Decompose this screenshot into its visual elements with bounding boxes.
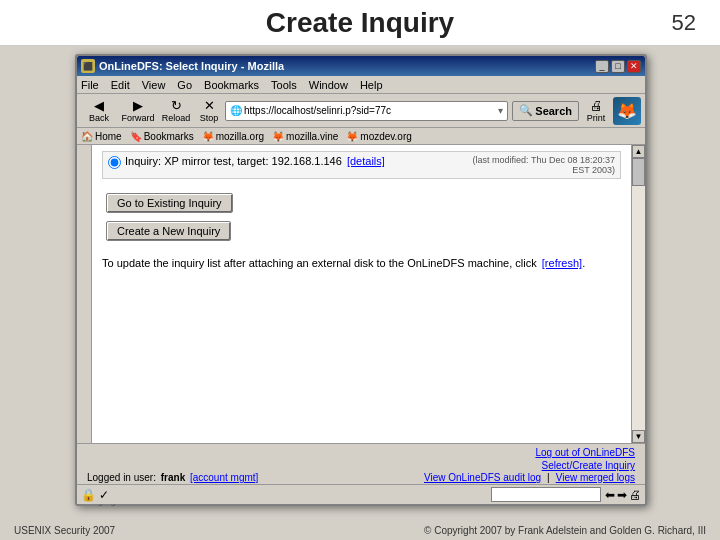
inquiry-text: Inquiry: XP mirror test, target: 192.168… bbox=[125, 155, 385, 167]
address-dropdown-icon[interactable]: ▾ bbox=[498, 105, 503, 116]
footer-second-row: Select/Create Inquiry bbox=[87, 460, 635, 471]
bookmark-home[interactable]: 🏠 Home bbox=[81, 131, 122, 142]
create-new-inquiry-button[interactable]: Create a New Inquiry bbox=[106, 221, 231, 241]
slide-title: Create Inquiry bbox=[266, 7, 454, 39]
stop-button[interactable]: ✕ Stop bbox=[195, 98, 223, 123]
menu-file[interactable]: File bbox=[81, 79, 99, 91]
status-bar: 🔒 ✓ ⬅ ➡ 🖨 bbox=[77, 484, 645, 504]
menu-bookmarks[interactable]: Bookmarks bbox=[204, 79, 259, 91]
reload-button[interactable]: ↻ Reload bbox=[159, 98, 193, 123]
stop-icon: ✕ bbox=[204, 98, 215, 113]
toolbar: ◀ Back ▶ Forward ↻ Reload ✕ Stop 🌐 https… bbox=[77, 94, 645, 128]
merged-logs-link[interactable]: View merged logs bbox=[556, 472, 635, 483]
mozdev-icon: 🦊 bbox=[346, 131, 358, 142]
logged-in-row: Logged in user: frank [account mgmt] bbox=[87, 472, 258, 483]
refresh-link[interactable]: [refresh] bbox=[542, 257, 582, 269]
scrollbar-track bbox=[632, 158, 645, 430]
logout-link[interactable]: Log out of OnLineDFS bbox=[535, 447, 635, 458]
footer-right-links: View OnLineDFS audit log | View merged l… bbox=[424, 472, 635, 483]
bookmarks-icon: 🔖 bbox=[130, 131, 142, 142]
attribution-right: © Copyright 2007 by Frank Adelstein and … bbox=[424, 525, 706, 536]
print-icon: 🖨 bbox=[590, 98, 603, 113]
footer-links-row: Log out of OnLineDFS bbox=[87, 447, 635, 458]
check-icon: ✓ bbox=[99, 488, 109, 502]
left-tab-strip bbox=[77, 145, 92, 443]
username: frank bbox=[161, 472, 185, 483]
nav-back-icon[interactable]: ⬅ bbox=[605, 488, 615, 502]
close-button[interactable]: ✕ bbox=[627, 60, 641, 73]
status-input[interactable] bbox=[491, 487, 601, 502]
timestamp: (last modified: Thu Dec 08 18:20:37EST 2… bbox=[473, 155, 615, 175]
title-bar: ⬛ OnLineDFS: Select Inquiry - Mozilla _ … bbox=[77, 56, 645, 76]
account-link[interactable]: [account mgmt] bbox=[190, 472, 258, 483]
go-to-existing-inquiry-button[interactable]: Go to Existing Inquiry bbox=[106, 193, 233, 213]
right-scrollbar[interactable]: ▲ ▼ bbox=[631, 145, 645, 443]
address-bar[interactable]: 🌐 https://localhost/selinri.p?sid=77c ▾ bbox=[225, 101, 508, 121]
audit-link[interactable]: View OnLineDFS audit log bbox=[424, 472, 541, 483]
status-nav-icons: ⬅ ➡ 🖨 bbox=[605, 488, 641, 502]
mozillavine-icon: 🦊 bbox=[272, 131, 284, 142]
scrollbar-thumb[interactable] bbox=[632, 158, 645, 186]
bookmark-mozdev[interactable]: 🦊 mozdev.org bbox=[346, 131, 412, 142]
title-bar-buttons: _ □ ✕ bbox=[595, 60, 641, 73]
lock-icon: 🔒 bbox=[81, 488, 96, 502]
content-wrapper: Inquiry: XP mirror test, target: 192.168… bbox=[77, 145, 645, 443]
slide-number: 52 bbox=[672, 10, 696, 36]
forward-icon: ▶ bbox=[133, 98, 143, 113]
address-text: https://localhost/selinri.p?sid=77c bbox=[244, 105, 498, 116]
search-button[interactable]: 🔍 Search bbox=[512, 101, 579, 121]
inquiry-info-row: Inquiry: XP mirror test, target: 192.168… bbox=[102, 151, 621, 179]
forward-button[interactable]: ▶ Forward bbox=[119, 98, 157, 123]
bookmark-bookmarks[interactable]: 🔖 Bookmarks bbox=[130, 131, 194, 142]
scrollbar-up-arrow[interactable]: ▲ bbox=[632, 145, 645, 158]
title-bar-text: OnLineDFS: Select Inquiry - Mozilla bbox=[99, 60, 595, 72]
attribution-bar: USENIX Security 2007 © Copyright 2007 by… bbox=[0, 525, 720, 536]
footer-main-row: Logged in user: frank [account mgmt] Vie… bbox=[87, 472, 635, 483]
back-icon: ◀ bbox=[94, 98, 104, 113]
maximize-button[interactable]: □ bbox=[611, 60, 625, 73]
bookmark-mozilla-org[interactable]: 🦊 mozilla.org bbox=[202, 131, 264, 142]
mozilla-org-icon: 🦊 bbox=[202, 131, 214, 142]
menu-help[interactable]: Help bbox=[360, 79, 383, 91]
bookmark-mozillavine[interactable]: 🦊 mozilla.vine bbox=[272, 131, 338, 142]
back-button[interactable]: ◀ Back bbox=[81, 98, 117, 123]
home-icon: 🏠 bbox=[81, 131, 93, 142]
menu-view[interactable]: View bbox=[142, 79, 166, 91]
browser-icon: ⬛ bbox=[81, 59, 95, 73]
nav-forward-icon[interactable]: ➡ bbox=[617, 488, 627, 502]
action-buttons: Go to Existing Inquiry Create a New Inqu… bbox=[106, 193, 621, 241]
browser-window: ⬛ OnLineDFS: Select Inquiry - Mozilla _ … bbox=[75, 54, 647, 506]
logged-in-prefix: Logged in user: bbox=[87, 472, 156, 483]
inquiry-radio[interactable] bbox=[108, 156, 121, 169]
menu-tools[interactable]: Tools bbox=[271, 79, 297, 91]
menu-window[interactable]: Window bbox=[309, 79, 348, 91]
inquiry-radio-row: Inquiry: XP mirror test, target: 192.168… bbox=[108, 155, 385, 169]
minimize-button[interactable]: _ bbox=[595, 60, 609, 73]
attribution-left: USENIX Security 2007 bbox=[14, 525, 115, 536]
page-icon: 🌐 bbox=[230, 105, 242, 116]
menu-edit[interactable]: Edit bbox=[111, 79, 130, 91]
main-content: Inquiry: XP mirror test, target: 192.168… bbox=[92, 145, 631, 443]
status-icons: 🔒 ✓ bbox=[81, 488, 109, 502]
reload-icon: ↻ bbox=[171, 98, 182, 113]
search-icon: 🔍 bbox=[519, 104, 533, 117]
scrollbar-down-arrow[interactable]: ▼ bbox=[632, 430, 645, 443]
inquiry-details-link[interactable]: [details] bbox=[347, 155, 385, 167]
browser-logo: 🦊 bbox=[613, 97, 641, 125]
select-create-link[interactable]: Select/Create Inquiry bbox=[542, 460, 635, 471]
nav-print-icon[interactable]: 🖨 bbox=[629, 488, 641, 502]
print-button[interactable]: 🖨 Print bbox=[581, 98, 611, 123]
menu-go[interactable]: Go bbox=[177, 79, 192, 91]
menu-bar: File Edit View Go Bookmarks Tools Window… bbox=[77, 76, 645, 94]
info-text: To update the inquiry list after attachi… bbox=[102, 255, 621, 272]
bookmarks-bar: 🏠 Home 🔖 Bookmarks 🦊 mozilla.org 🦊 mozil… bbox=[77, 128, 645, 145]
